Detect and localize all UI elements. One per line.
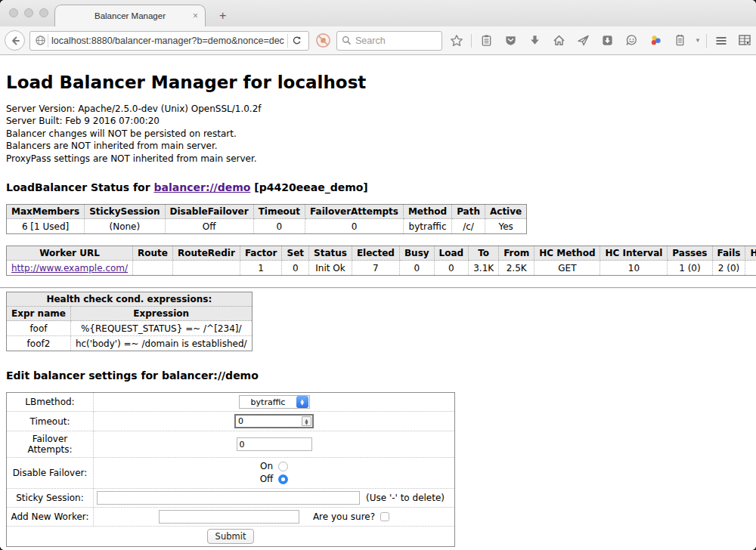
cell-method: bytraffic xyxy=(403,219,451,234)
feedback-smiley-button[interactable] xyxy=(621,31,641,51)
table-header-row: Worker URL Route RouteRedir Factor Set S… xyxy=(7,246,756,261)
cell-routeredir xyxy=(172,261,240,276)
tab-title: Balancer Manager xyxy=(94,11,166,20)
col-elected: Elected xyxy=(352,246,399,261)
server-version-line: Server Version: Apache/2.5.0-dev (Unix) … xyxy=(6,103,750,115)
send-page-button[interactable] xyxy=(573,31,593,51)
cell-expression: %{REQUEST_STATUS} =~ /^[234]/ xyxy=(70,321,252,336)
disable-failover-on-radio[interactable] xyxy=(278,462,288,471)
failover-attempts-input[interactable] xyxy=(237,437,312,451)
disable-failover-off-radio[interactable] xyxy=(278,474,288,484)
toolbar-separator xyxy=(471,34,472,48)
search-bar[interactable] xyxy=(336,31,442,51)
bookmark-button[interactable] xyxy=(447,31,466,51)
menu-button[interactable] xyxy=(711,31,731,51)
col-stickysession: StickySession xyxy=(85,205,165,219)
worker-row: http://www.example.com/ 1 0 Init Ok 7 0 … xyxy=(7,261,756,276)
cell-status: Init Ok xyxy=(309,261,352,276)
content-blocked-icon[interactable] xyxy=(314,32,332,50)
clipboard-icon xyxy=(480,34,493,47)
disable-failover-on-label: On xyxy=(260,460,273,473)
health-check-table: Health check cond. expressions: Expr nam… xyxy=(6,292,253,351)
color-dots-icon xyxy=(649,34,662,47)
status-heading-suffix: [p4420eeae_demo] xyxy=(250,181,367,193)
save-box-button[interactable] xyxy=(597,31,617,51)
form-row-disable-failover: Disable Failover: On Off xyxy=(7,458,455,489)
table-row: 6 [1 Used] (None) Off 0 0 bytraffic /c/ … xyxy=(7,219,527,234)
home-button[interactable] xyxy=(549,31,569,51)
url-bar[interactable]: localhost:8880/balancer-manager?b=demo&n… xyxy=(29,31,309,51)
sticky-session-input[interactable] xyxy=(97,491,360,505)
worker-url-link[interactable]: http://www.example.com/ xyxy=(11,263,128,273)
blocked-glyph-icon xyxy=(315,32,331,48)
timeout-label: Timeout: xyxy=(7,412,94,431)
cell-failoverattempts: 0 xyxy=(305,219,404,234)
search-icon xyxy=(342,36,352,45)
table-header-row: Expr name Expression xyxy=(7,307,253,321)
cell-hc-uri xyxy=(745,261,756,276)
cell-maxmembers: 6 [1 Used] xyxy=(7,219,85,234)
window-minimize-button[interactable] xyxy=(24,8,33,17)
tab-balancer-manager[interactable]: Balancer Manager × xyxy=(54,5,206,26)
submit-button[interactable]: Submit xyxy=(207,529,255,544)
col-load: Load xyxy=(434,246,469,261)
cell-disablefailover: Off xyxy=(165,219,253,234)
clipboard-button[interactable] xyxy=(476,31,496,51)
add-worker-input[interactable] xyxy=(159,510,299,524)
cell-elected: 7 xyxy=(352,261,399,276)
col-factor: Factor xyxy=(240,246,282,261)
table-title-row: Health check cond. expressions: xyxy=(7,292,253,307)
col-expr-name: Expr name xyxy=(7,307,71,321)
cell-to: 3.1K xyxy=(469,261,499,276)
col-disablefailover: DisableFailover xyxy=(165,205,253,219)
cell-factor: 1 xyxy=(240,261,282,276)
downloads-button[interactable] xyxy=(525,31,544,51)
url-text[interactable]: localhost:8880/balancer-manager?b=demo&n… xyxy=(51,36,284,46)
cell-load: 0 xyxy=(434,261,469,276)
toolbar-separator xyxy=(706,34,707,48)
col-hc-uri: HC uri xyxy=(745,246,756,261)
col-maxmembers: MaxMembers xyxy=(7,205,85,219)
are-you-sure-checkbox[interactable] xyxy=(380,512,389,521)
pocket-button[interactable] xyxy=(500,31,520,51)
globe-icon xyxy=(35,35,46,46)
new-tab-button[interactable]: + xyxy=(215,10,231,22)
download-arrow-icon xyxy=(528,34,541,47)
reload-icon xyxy=(292,36,302,45)
col-status: Status xyxy=(309,246,352,261)
extension-dropdown-caret-icon[interactable]: ▼ xyxy=(694,37,702,44)
cell-expression: hc('body') =~ /domain is established/ xyxy=(70,336,252,351)
browser-window: Balancer Manager × + localhost:8880/bala… xyxy=(0,0,756,550)
loadbalancer-status-heading: LoadBalancer Status for balancer://demo … xyxy=(6,181,750,193)
lbmethod-select[interactable]: bytraffic ▲▼ xyxy=(239,395,310,409)
search-input[interactable] xyxy=(355,36,431,46)
col-method: Method xyxy=(403,205,451,219)
section-divider xyxy=(0,287,756,289)
sticky-session-hint: (Use '-' to delete) xyxy=(366,493,445,503)
tile-grid-icon xyxy=(738,33,752,48)
col-routeredir: RouteRedir xyxy=(172,246,240,261)
col-from: From xyxy=(499,246,534,261)
back-button[interactable] xyxy=(5,30,25,51)
star-icon xyxy=(450,34,463,48)
number-spinner-icon[interactable]: ▲▼ xyxy=(302,416,311,426)
tab-bar: Balancer Manager × + xyxy=(0,0,756,26)
tile-view-button[interactable] xyxy=(736,31,755,51)
disable-failover-label: Disable Failover: xyxy=(7,458,94,489)
col-to: To xyxy=(469,246,499,261)
reload-button[interactable] xyxy=(287,34,305,48)
form-row-add-worker: Add New Worker: Are you sure? xyxy=(7,508,455,527)
col-hc-interval: HC Interval xyxy=(600,246,668,261)
balancer-demo-link[interactable]: balancer://demo xyxy=(154,181,251,193)
window-zoom-button[interactable] xyxy=(39,8,48,17)
failover-attempts-label: Failover Attempts: xyxy=(7,431,94,458)
tab-close-icon[interactable]: × xyxy=(193,11,198,21)
col-set: Set xyxy=(282,246,309,261)
site-identity-button[interactable] xyxy=(33,34,48,48)
cell-hc-interval: 10 xyxy=(600,261,668,276)
persist-notice-line: Balancer changes will NOT be persisted o… xyxy=(6,128,750,140)
window-close-button[interactable] xyxy=(9,8,18,17)
notebook-extension-button[interactable] xyxy=(670,31,689,51)
cell-passes: 1 (0) xyxy=(668,261,712,276)
colors-extension-button[interactable] xyxy=(646,31,665,51)
